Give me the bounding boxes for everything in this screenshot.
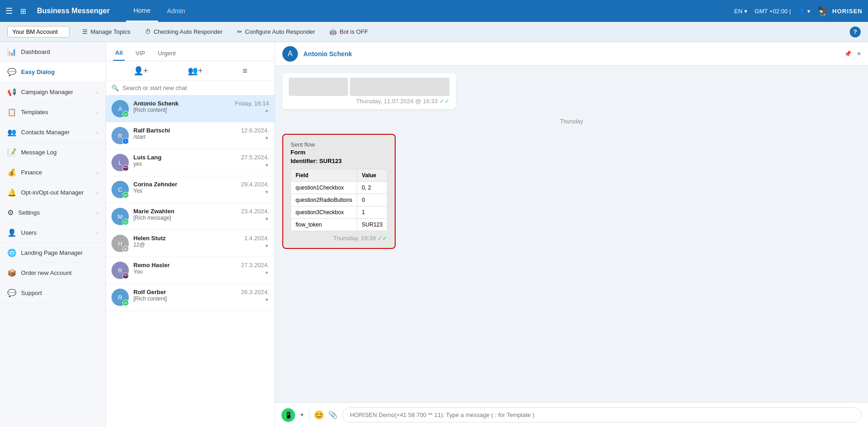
- tab-urgent[interactable]: Urgent: [156, 46, 178, 60]
- second-nav: Your BM Account ☰ Manage Topics ⏱ Checki…: [0, 22, 868, 42]
- chat-list-toolbar: 👤+ 👥+ ≡: [106, 61, 275, 81]
- instagram-badge: 📷: [122, 165, 129, 171]
- chat-info: Corina Zehnder Yes: [133, 181, 237, 194]
- user-menu[interactable]: 👤 ▾: [798, 8, 810, 15]
- contacts-icon: 👥: [7, 128, 16, 137]
- sidebar-item-opt-in-out[interactable]: 🔔 Opt-in/Opt-out Manager ›: [0, 183, 106, 203]
- sidebar-item-dashboard[interactable]: 📊 Dashboard: [0, 42, 106, 62]
- table-header-value: Value: [357, 169, 387, 182]
- whatsapp-status-icon: ✓✓: [439, 98, 450, 105]
- chat-item[interactable]: R f Ralf Bartschi /start 12.6.2024. ▼: [106, 122, 275, 149]
- help-button[interactable]: ?: [850, 26, 861, 37]
- checking-auto-responder-btn[interactable]: ⏱ Checking Auto Responder: [139, 26, 228, 37]
- sidebar-item-order-account[interactable]: 📦 Order new Account: [0, 263, 106, 283]
- chat-item[interactable]: C W Corina Zehnder Yes 29.4.2024. ▼: [106, 176, 275, 203]
- avatar: M W: [111, 208, 129, 225]
- pin-icon[interactable]: 📌: [844, 50, 852, 57]
- sidebar-item-users[interactable]: 👤 Users ›: [0, 223, 106, 243]
- configure-auto-responder-btn[interactable]: ✏ Configure Auto Responder: [232, 26, 320, 37]
- chat-info: Helen Stutz 12@: [133, 235, 240, 248]
- menu-icon[interactable]: ≡: [243, 66, 248, 76]
- chat-tabs-bar: All VIP Urgent: [106, 42, 275, 61]
- expand-icon[interactable]: ▼: [265, 297, 269, 302]
- sidebar-item-easy-dialog[interactable]: 💬 Easy Dialog: [0, 62, 106, 82]
- chat-meta: 1.4.2024. ▼: [244, 235, 269, 248]
- language-selector[interactable]: EN ▾: [734, 8, 747, 15]
- whatsapp-status-icon: ✓✓: [377, 235, 387, 242]
- search-icon: 🔍: [111, 84, 119, 91]
- sidebar-item-finance[interactable]: 💰 Finance ›: [0, 163, 106, 183]
- expand-icon[interactable]: ▼: [265, 270, 269, 275]
- search-input[interactable]: [122, 84, 269, 91]
- divider: [309, 409, 309, 422]
- sidebar-item-settings[interactable]: ⚙ Settings ›: [0, 203, 106, 223]
- campaign-icon: 📢: [7, 88, 16, 96]
- flow-table: Field Value question1Checkbox 0, 2 quest…: [291, 169, 387, 231]
- avatar: R W: [111, 289, 129, 306]
- tab-all[interactable]: All: [113, 46, 125, 61]
- nav-tab-admin[interactable]: Admin: [160, 0, 193, 22]
- nav-right: EN ▾ GMT +02:00 | 👤 ▾ 🦅 HORISEN: [734, 5, 863, 16]
- expand-icon[interactable]: ▼: [265, 163, 269, 168]
- account-select[interactable]: Your BM Account: [7, 26, 69, 37]
- chat-meta: 29.4.2024. ▼: [241, 181, 269, 195]
- chat-meta: 12.6.2024. ▼: [241, 127, 269, 141]
- chat-info: Luis Lang yes: [133, 154, 237, 167]
- sidebar-item-templates[interactable]: 📋 Templates ›: [0, 102, 106, 122]
- nav-tabs: Home Admin: [126, 0, 192, 22]
- sidebar-item-support[interactable]: 💬 Support: [0, 283, 106, 303]
- expand-icon[interactable]: ▼: [265, 243, 269, 248]
- add-contact-icon[interactable]: 👤+: [133, 66, 148, 76]
- menu-icon[interactable]: ≡: [857, 50, 861, 57]
- app-title: Business Messenger: [37, 7, 110, 15]
- sidebar-item-landing-page[interactable]: 🌐 Landing Page Manager: [0, 243, 106, 263]
- chat-item[interactable]: H ● Helen Stutz 12@ 1.4.2024. ▼: [106, 230, 275, 257]
- search-bar: 🔍: [106, 81, 275, 95]
- expand-icon[interactable]: ▼: [265, 216, 269, 221]
- other-badge: ●: [122, 246, 129, 252]
- table-row: question2RadioButtons 0: [291, 194, 387, 206]
- flow-card-subtitle: Form: [291, 149, 387, 156]
- chat-meta: 26.3.2024. ▼: [241, 289, 269, 302]
- avatar: H ●: [111, 235, 129, 252]
- chat-item[interactable]: M W Marie Zwahlen [Rich message] 23.4.20…: [106, 203, 275, 230]
- whatsapp-badge: W: [122, 111, 129, 117]
- expand-icon[interactable]: ▼: [265, 136, 269, 141]
- chat-info: Remo Hasler You: [133, 262, 237, 275]
- chat-item[interactable]: A W Antonio Schenk [Rich content] Friday…: [106, 95, 275, 122]
- support-icon: 💬: [7, 289, 16, 297]
- chat-item[interactable]: L 📷 Luis Lang yes 27.5.2024. ▼: [106, 149, 275, 176]
- nav-tab-home[interactable]: Home: [126, 0, 158, 22]
- top-nav: ☰ ⊞ Business Messenger Home Admin EN ▾ G…: [0, 0, 868, 22]
- horisen-logo: 🦅 HORISEN: [818, 5, 863, 16]
- chat-info: Marie Zwahlen [Rich message]: [133, 208, 237, 221]
- chat-main: A Antonio Schenk 📌 ≡ Thursday, 11.07.202…: [275, 42, 868, 427]
- chat-item[interactable]: R W Rolf Gerber [Rich content] 26.3.2024…: [106, 284, 275, 311]
- order-icon: 📦: [7, 269, 16, 277]
- message-input[interactable]: [342, 407, 862, 422]
- chat-messages: Thursday, 11.07.2024 @ 16:33 ✓✓ Thursday…: [275, 66, 868, 402]
- attachment-icon[interactable]: 📎: [328, 411, 338, 419]
- flow-card-timestamp: Thursday, 19:39 ✓✓: [291, 235, 387, 242]
- add-group-icon[interactable]: 👥+: [188, 66, 203, 76]
- sidebar-item-contacts-manager[interactable]: 👥 Contacts Manager ›: [0, 122, 106, 142]
- table-row: question3Checkbox 1: [291, 206, 387, 219]
- whatsapp-send-button[interactable]: 📱: [281, 408, 295, 422]
- emoji-icon[interactable]: 😊: [314, 410, 324, 420]
- bot-status-btn[interactable]: 🤖 Bot is OFF: [324, 26, 373, 37]
- sidebar-item-campaign-manager[interactable]: 📢 Campaign Manager ›: [0, 82, 106, 102]
- channel-dropdown-icon[interactable]: ▼: [300, 412, 304, 417]
- chevron-right-icon: ›: [96, 110, 98, 115]
- hamburger-icon[interactable]: ☰: [5, 6, 13, 16]
- expand-icon[interactable]: ▼: [265, 190, 269, 195]
- tab-vip[interactable]: VIP: [134, 46, 147, 60]
- sidebar-item-message-log[interactable]: 📝 Message Log: [0, 142, 106, 163]
- grid-icon[interactable]: ⊞: [20, 7, 26, 16]
- opt-icon: 🔔: [7, 188, 16, 197]
- manage-topics-btn[interactable]: ☰ Manage Topics: [77, 26, 136, 37]
- chat-item[interactable]: R 📷 Remo Hasler You 27.3.2024. ▼: [106, 257, 275, 284]
- timezone-display: GMT +02:00 |: [755, 8, 791, 15]
- expand-icon[interactable]: ▼: [265, 109, 269, 114]
- message-area-top: Thursday, 11.07.2024 @ 16:33 ✓✓: [282, 73, 861, 109]
- facebook-badge: f: [122, 138, 129, 144]
